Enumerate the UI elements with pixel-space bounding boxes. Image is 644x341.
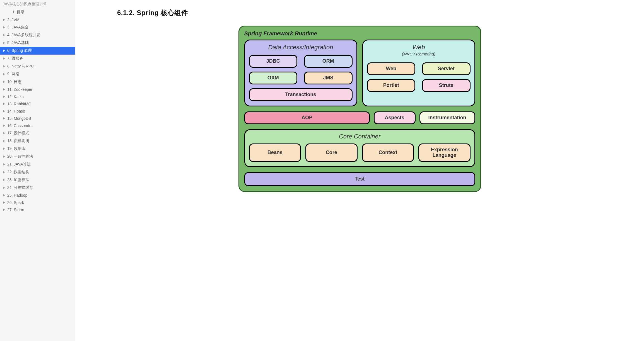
aop-chip: AOP (244, 111, 370, 124)
outline-item-label: 21. JAVA算法 (7, 162, 31, 167)
outline-item[interactable]: 7. 微服务 (0, 55, 75, 62)
outline-item[interactable]: 25. Hadoop (0, 192, 75, 199)
web-subtitle: (MVC / Remoting) (367, 52, 471, 56)
test-chip: Test (244, 172, 475, 186)
module-chip: Portlet (367, 79, 416, 92)
disclosure-triangle-icon (3, 50, 5, 52)
outline-item-label: 19. 数据库 (7, 146, 25, 151)
outline-item-label: 13. RabbitMQ (7, 102, 31, 106)
data-access-panel: Data Access/Integration JDBCORMOXMJMSTra… (244, 40, 357, 106)
outline-item[interactable]: 21. JAVA算法 (0, 160, 75, 168)
module-chip: Expression Language (418, 143, 471, 162)
aspects-chip: Aspects (374, 111, 416, 124)
module-chip: Beans (249, 143, 301, 162)
disclosure-triangle-icon (3, 42, 5, 44)
module-chip: Struts (422, 79, 471, 92)
outline-item[interactable]: 23. 加密算法 (0, 176, 75, 184)
disclosure-triangle-icon (3, 96, 5, 98)
module-chip: ORM (304, 55, 353, 68)
main-content: 6.1.2. Spring 核心组件 Spring Framework Runt… (75, 0, 644, 341)
test-row: Test (244, 172, 475, 186)
instrumentation-chip: Instrumentation (419, 111, 475, 124)
outline-item-label: 18. 负载均衡 (7, 138, 29, 143)
outline-item[interactable]: 16. Cassandra (0, 122, 75, 129)
outline-item[interactable]: 18. 负载均衡 (0, 137, 75, 145)
spring-runtime-box: Spring Framework Runtime Data Access/Int… (238, 26, 481, 192)
outline-item-label: 23. 加密算法 (7, 177, 29, 182)
disclosure-triangle-icon (3, 171, 5, 173)
outline-item-label: 6. Spring 原理 (7, 48, 32, 53)
module-chip: Core (305, 143, 358, 162)
outline-item-label: 22. 数据结构 (7, 170, 29, 175)
outline-item-label: 26. Spark (7, 200, 24, 205)
outline-item-label: 15. MongoDB (7, 116, 31, 121)
data-access-title: Data Access/Integration (249, 44, 353, 51)
outline-sidebar: JAVA核心知识点整理.pdf 1. 目录2. JVM3. JAVA集合4. J… (0, 0, 75, 341)
outline-item[interactable]: 6. Spring 原理 (0, 47, 75, 55)
doc-title: JAVA核心知识点整理.pdf (0, 0, 75, 8)
module-chip: OXM (249, 72, 298, 84)
outline-item[interactable]: 19. 数据库 (0, 145, 75, 153)
web-panel: Web (MVC / Remoting) WebServletPortletSt… (362, 40, 475, 106)
disclosure-triangle-icon (3, 140, 5, 142)
outline-item-label: 14. Hbase (7, 109, 25, 113)
disclosure-triangle-icon (3, 110, 5, 112)
disclosure-triangle-icon (3, 19, 5, 21)
outline-item[interactable]: 26. Spark (0, 199, 75, 206)
disclosure-triangle-icon (3, 155, 5, 158)
outline-item[interactable]: 8. Netty 与RPC (0, 62, 75, 70)
outline-item-label: 3. JAVA集合 (7, 25, 29, 30)
disclosure-triangle-icon (3, 132, 5, 134)
module-chip: JMS (304, 72, 353, 84)
outline-item[interactable]: 10. 日志 (0, 78, 75, 86)
module-chip: Transactions (249, 88, 353, 101)
module-chip: Servlet (422, 62, 471, 75)
outline-item-label: 4. JAVA多线程并发 (7, 33, 40, 38)
core-container-title: Core Container (249, 133, 471, 140)
disclosure-triangle-icon (3, 73, 5, 75)
outline-item[interactable]: 27. Storm (0, 206, 75, 213)
runtime-title: Spring Framework Runtime (244, 30, 475, 37)
outline-item[interactable]: 1. 目录 (0, 8, 75, 16)
disclosure-triangle-icon (3, 187, 5, 189)
disclosure-triangle-icon (3, 34, 5, 36)
outline-item-label: 9. 网络 (7, 72, 20, 77)
outline-item[interactable]: 22. 数据结构 (0, 168, 75, 176)
outline-item[interactable]: 15. MongoDB (0, 115, 75, 122)
disclosure-triangle-icon (3, 103, 5, 105)
outline-item-label: 12. Kafka (7, 94, 24, 99)
outline-item-label: 8. Netty 与RPC (7, 64, 34, 69)
web-grid: WebServletPortletStruts (367, 62, 471, 92)
outline-item-label: 1. 目录 (12, 10, 25, 15)
outline-item-label: 16. Cassandra (7, 123, 33, 128)
core-grid: BeansCoreContextExpression Language (249, 143, 471, 162)
outline-item[interactable]: 13. RabbitMQ (0, 100, 75, 108)
outline-item-label: 5. JAVA基础 (7, 40, 29, 45)
disclosure-triangle-icon (3, 117, 5, 120)
disclosure-triangle-icon (3, 209, 5, 211)
outline-item[interactable]: 12. Kafka (0, 93, 75, 100)
disclosure-triangle-icon (3, 194, 5, 196)
outline-item[interactable]: 24. 分布式缓存 (0, 184, 75, 192)
outline-item[interactable]: 5. JAVA基础 (0, 39, 75, 47)
outline-item[interactable]: 11. Zookeeper (0, 86, 75, 93)
module-chip: Web (367, 62, 416, 75)
data-access-grid: JDBCORMOXMJMSTransactions (249, 55, 353, 101)
outline-item[interactable]: 14. Hbase (0, 108, 75, 115)
outline-item[interactable]: 17. 设计模式 (0, 129, 75, 137)
outline-item-label: 25. Hadoop (7, 193, 27, 198)
disclosure-triangle-icon (3, 201, 5, 204)
disclosure-triangle-icon (3, 125, 5, 127)
outline-item-label: 7. 微服务 (7, 56, 23, 61)
section-heading: 6.1.2. Spring 核心组件 (117, 8, 627, 17)
outline-item[interactable]: 20. 一致性算法 (0, 153, 75, 160)
outline-item[interactable]: 9. 网络 (0, 70, 75, 78)
disclosure-triangle-icon (3, 163, 5, 165)
outline-item[interactable]: 3. JAVA集合 (0, 23, 75, 31)
disclosure-triangle-icon (3, 26, 5, 28)
outline-item-label: 24. 分布式缓存 (7, 185, 33, 190)
outline-list: 1. 目录2. JVM3. JAVA集合4. JAVA多线程并发5. JAVA基… (0, 8, 75, 213)
outline-item[interactable]: 4. JAVA多线程并发 (0, 31, 75, 39)
top-row: Data Access/Integration JDBCORMOXMJMSTra… (244, 40, 475, 106)
outline-item[interactable]: 2. JVM (0, 16, 75, 23)
